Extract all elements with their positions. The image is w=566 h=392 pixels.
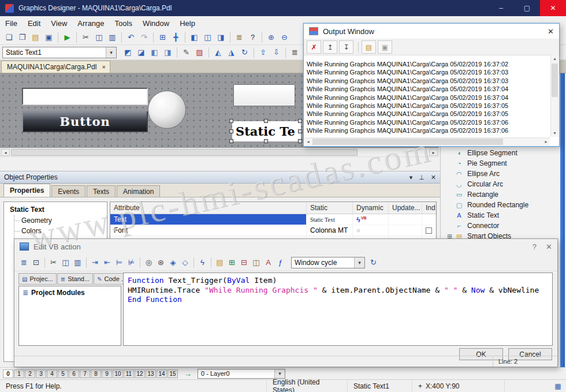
tab-properties[interactable]: Properties <box>3 184 50 197</box>
intellisense-icon[interactable]: ϟ <box>196 256 208 269</box>
layer-tab-9[interactable]: 9 <box>102 369 112 378</box>
tab-animation[interactable]: Animation <box>117 185 160 197</box>
indirect-checkbox[interactable] <box>426 227 432 234</box>
layer-combo[interactable]: 0 - Layer0 ▾ <box>198 369 285 379</box>
canvas-rectangle-object[interactable] <box>233 84 295 106</box>
redo-icon[interactable]: ↷ <box>137 31 151 44</box>
palette-item-ellipse-arc[interactable]: ◠Ellipse Arc <box>441 169 560 179</box>
new-icon[interactable]: ❏ <box>2 31 16 44</box>
grid-cell-attribute[interactable]: Font <box>110 225 307 236</box>
grid-cell-indirect[interactable] <box>422 214 436 225</box>
palette-item-ellipse-segment[interactable]: ◖Ellipse Segment <box>441 148 560 158</box>
layer-tab-7[interactable]: 7 <box>80 369 90 378</box>
help-pointer-icon[interactable]: ? <box>246 31 259 44</box>
flip-horizontal-icon[interactable]: ◭ <box>211 46 225 59</box>
grid-column-ind[interactable]: Ind <box>422 202 436 214</box>
canvas-circle-object[interactable] <box>148 91 186 129</box>
open-icon[interactable]: ▤ <box>29 31 42 44</box>
tree-root-static-text[interactable]: Static Text <box>10 205 107 215</box>
chevron-down-icon[interactable]: ▾ <box>354 257 364 268</box>
next-bookmark-icon[interactable]: ◇ <box>179 256 191 269</box>
layer-go-icon[interactable]: → <box>184 369 192 378</box>
align-bottom-icon[interactable]: ⇩ <box>270 46 283 59</box>
standard-tab[interactable]: ≣Stand... <box>57 273 93 285</box>
scroll-left-icon[interactable]: ◂ <box>1 149 10 156</box>
canvas-static-text-object[interactable]: Static Te <box>232 121 301 141</box>
indent-icon[interactable]: ⇥ <box>89 256 101 269</box>
layer-tab-11[interactable]: 11 <box>124 369 134 378</box>
paste-icon[interactable]: ▥ <box>106 31 119 44</box>
chevron-down-icon[interactable]: ▾ <box>274 369 285 378</box>
send-to-back-icon[interactable]: ◪ <box>135 46 148 59</box>
object-browser-icon[interactable]: ▤ <box>214 256 226 269</box>
project-tab[interactable]: ▤Projec... <box>18 273 57 285</box>
grid-cell-attribute[interactable]: Text <box>110 214 307 225</box>
grid-row-font[interactable]: Font Colonna MT ○ <box>110 225 436 236</box>
object-list-icon[interactable]: ≣ <box>288 46 301 59</box>
grid-column-update[interactable]: Update... <box>389 202 422 214</box>
run-icon[interactable]: ▶ <box>61 31 74 44</box>
bring-forward-icon[interactable]: ◧ <box>148 46 161 59</box>
comment-icon[interactable]: ⊨ <box>113 256 125 269</box>
new-window-icon[interactable]: ❐ <box>16 31 29 44</box>
hscroll-thumb[interactable] <box>11 149 358 156</box>
library-icon[interactable]: ≣ <box>233 31 246 44</box>
menu-arrange[interactable]: Arrange <box>72 17 109 29</box>
symbols-icon[interactable]: ƒ <box>274 256 286 269</box>
zoom-in-icon[interactable]: ⊕ <box>265 31 278 44</box>
cut-icon[interactable]: ✂ <box>47 256 59 269</box>
layer-tab-13[interactable]: 13 <box>146 369 156 378</box>
copy-icon[interactable]: ◫ <box>92 31 106 44</box>
panel-close-icon[interactable]: ✕ <box>431 174 436 181</box>
menu-tools[interactable]: Tools <box>110 17 137 29</box>
vb-close-icon[interactable]: ✕ <box>546 242 552 251</box>
scroll-right-icon[interactable]: ▸ <box>429 149 438 156</box>
grid-column-static[interactable]: Static <box>307 202 353 214</box>
output-hscrollbar[interactable]: ◂ ▸ <box>304 137 550 145</box>
tab-close-icon[interactable]: × <box>102 64 105 70</box>
output-message[interactable]: While Running Graphcis MAQUINA1\Carga\Ca… <box>307 68 548 76</box>
layer-tab-10[interactable]: 10 <box>113 369 123 378</box>
palette-item-rectangle[interactable]: ▭Rectangle <box>441 189 560 200</box>
layer-tab-14[interactable]: 14 <box>157 369 167 378</box>
selection-handle[interactable] <box>229 139 233 143</box>
trigger-cycle-combo[interactable]: Window cycle ▾ <box>291 257 365 268</box>
tab-texts[interactable]: Texts <box>87 185 116 197</box>
layout-left-icon[interactable]: ◧ <box>188 31 201 44</box>
layer-tab-12[interactable]: 12 <box>135 369 145 378</box>
snap-grid-icon[interactable]: ╋ <box>169 31 183 44</box>
tree-item-colors[interactable]: Colors <box>14 226 107 236</box>
output-list[interactable]: While Running Graphcis MAQUINA1\Carga\Ca… <box>304 55 550 137</box>
message-down-icon[interactable]: ↧ <box>339 40 353 54</box>
send-backward-icon[interactable]: ◨ <box>161 46 174 59</box>
message-up-icon[interactable]: ↥ <box>323 40 337 54</box>
rotate-icon[interactable]: ↻ <box>238 46 251 59</box>
open-icon[interactable]: ▤ <box>362 40 376 54</box>
output-message[interactable]: While Running Graphcis MAQUINA1\Carga\Ca… <box>307 85 548 93</box>
selection-handle[interactable] <box>229 119 233 123</box>
vb-module-tree[interactable]: ≣ Project Modules <box>18 286 121 346</box>
help-icon[interactable]: ? <box>533 242 537 251</box>
output-message[interactable]: While Running Graphcis MAQUINA1\Carga\Ca… <box>307 102 548 110</box>
delete-all-icon[interactable]: ✗ <box>307 40 321 54</box>
document-tab[interactable]: MAQUINA1\Carga\Carga.Pdl × <box>1 61 110 73</box>
output-message[interactable]: While Running Graphcis MAQUINA1\Carga\Ca… <box>307 118 548 126</box>
layer-tab-3[interactable]: 3 <box>36 369 46 378</box>
chevron-down-icon[interactable]: ▾ <box>106 47 116 58</box>
selection-handle[interactable] <box>298 119 302 123</box>
scroll-left-icon[interactable]: ◂ <box>304 138 312 145</box>
layer-tab-2[interactable]: 2 <box>25 369 35 378</box>
menu-edit[interactable]: Edit <box>23 17 46 29</box>
selection-handle[interactable] <box>298 129 302 133</box>
bookmark-icon[interactable]: ◈ <box>167 256 179 269</box>
maximize-button[interactable]: ▢ <box>514 0 540 16</box>
canvas-button-object[interactable]: Button <box>22 111 148 132</box>
palette-item-circular-arc[interactable]: ◡Circular Arc <box>441 179 560 189</box>
vb-tree-root[interactable]: ≣ Project Modules <box>23 289 117 297</box>
delete-module-icon[interactable]: ⊟ <box>238 256 250 269</box>
output-titlebar[interactable]: Output Window ✕ <box>304 24 559 39</box>
flip-vertical-icon[interactable]: ◮ <box>225 46 238 59</box>
grid-column-attribute[interactable]: Attribute <box>110 202 307 214</box>
selection-handle[interactable] <box>264 139 268 143</box>
canvas-hscrollbar[interactable]: ◂ ▸ <box>0 148 439 157</box>
